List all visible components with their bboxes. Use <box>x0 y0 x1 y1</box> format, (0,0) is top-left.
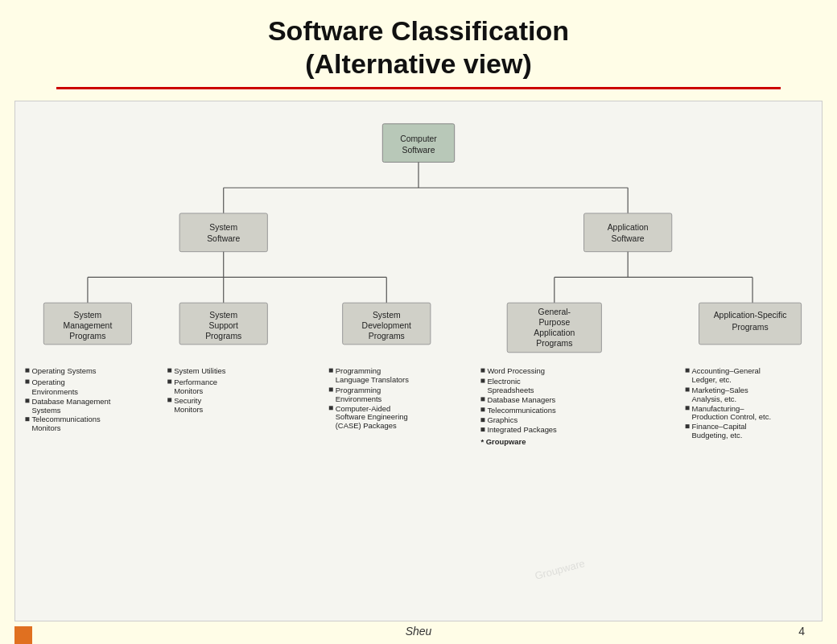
app-software-label2: Software <box>612 233 645 242</box>
orange-decoration <box>14 626 32 644</box>
ssp-bullet3: Security <box>174 395 201 404</box>
svg-rect-30 <box>686 387 690 391</box>
svg-rect-31 <box>686 406 690 410</box>
sdp-bullet3: Computer-Aided <box>336 403 391 412</box>
ssp-bullet3b: Monitors <box>174 404 203 413</box>
smp-bullet2b: Environments <box>31 386 78 395</box>
svg-rect-19 <box>167 398 171 402</box>
svg-rect-20 <box>329 368 333 372</box>
asp-bullet4: Finance–Capital <box>692 422 747 431</box>
groupware-watermark: Groupware <box>534 557 586 582</box>
asp-label2: Programs <box>732 322 769 331</box>
svg-rect-22 <box>329 406 333 410</box>
svg-rect-24 <box>480 378 484 382</box>
asp-label: Application-Specific <box>714 310 787 319</box>
svg-rect-14 <box>25 379 29 383</box>
svg-rect-32 <box>686 424 690 428</box>
svg-rect-28 <box>480 427 484 431</box>
gpap-bullet3: Database Managers <box>487 394 555 403</box>
asp-bullet3b: Production Control, etc. <box>692 412 771 421</box>
sdp-bullet1b: Language Translators <box>336 374 409 383</box>
gpap-bullet2b: Spreadsheets <box>487 385 534 394</box>
gpap-label3: Application <box>534 328 575 336</box>
gpap-label: General- <box>538 307 571 316</box>
asp-bullet1: Accounting–General <box>692 365 761 374</box>
asp-bullet2b: Analysis, etc. <box>692 394 737 402</box>
gpap-label2: Purpose <box>538 317 570 326</box>
asp-bullet3: Manufacturing– <box>692 403 745 412</box>
system-software-label: System <box>209 222 237 231</box>
smp-label3: Programs <box>69 331 105 340</box>
smp-bullet3b: Systems <box>31 405 60 414</box>
slide-container: Software Classification (Alternative vie… <box>0 0 837 644</box>
smp-bullet2: Operating <box>31 377 64 386</box>
sdp-label: System <box>373 310 401 319</box>
svg-rect-15 <box>25 398 29 402</box>
app-software-label: Application <box>608 222 649 231</box>
footer-author: Sheu <box>406 625 432 638</box>
title-underline <box>56 87 781 89</box>
footer-page: 4 <box>798 625 805 638</box>
footer: Sheu 4 <box>0 625 837 638</box>
svg-rect-13 <box>25 368 29 372</box>
sdp-bullet1: Programming <box>336 365 381 374</box>
ssp-label3: Programs <box>205 331 241 340</box>
ssp-bullet2: Performance <box>174 377 217 386</box>
gpap-label4: Programs <box>536 338 572 347</box>
gpap-bullet6: Integrated Packages <box>487 425 557 434</box>
content-area: .box { fill: #d0d0c8; stroke: #999; stro… <box>14 101 823 621</box>
svg-rect-26 <box>480 407 484 411</box>
smp-bullet4b: Monitors <box>31 423 60 432</box>
title-line1: Software Classification <box>268 15 569 46</box>
sdp-bullet2: Programming <box>336 385 381 394</box>
smp-label: System <box>74 310 102 319</box>
asp-bullet4b: Budgeting, etc. <box>692 431 743 440</box>
ssp-bullet2b: Monitors <box>174 386 203 394</box>
smp-bullet3: Database Management <box>31 396 110 405</box>
sdp-bullet3b: Software Engineering <box>336 412 408 421</box>
svg-rect-25 <box>480 397 484 401</box>
title-line2: (Alternative view) <box>305 48 532 79</box>
svg-rect-23 <box>480 368 484 372</box>
smp-label2: Management <box>64 320 113 329</box>
smp-bullet4: Telecommunications <box>31 415 101 423</box>
svg-rect-29 <box>686 368 690 372</box>
tree-svg: .box { fill: #d0d0c8; stroke: #999; stro… <box>15 101 822 621</box>
app-software-box <box>584 213 672 252</box>
sdp-bullet2b: Environments <box>336 394 382 402</box>
gpap-bullet2: Electronic <box>487 376 521 385</box>
ssp-label: System <box>209 310 237 319</box>
gpap-bullet1: Word Processing <box>487 365 545 374</box>
tree-diagram: .box { fill: #d0d0c8; stroke: #999; stro… <box>15 101 822 621</box>
ssp-bullet1: System Utilities <box>174 365 226 374</box>
svg-rect-18 <box>167 379 171 383</box>
root-label2: Software <box>402 146 435 155</box>
svg-rect-16 <box>25 417 29 421</box>
svg-rect-21 <box>329 387 333 391</box>
gpap-groupware-label: * Groupware <box>480 437 526 446</box>
smp-bullet1: Operating Systems <box>31 365 96 374</box>
svg-rect-17 <box>167 368 171 372</box>
asp-bullet2: Marketing–Sales <box>692 385 748 394</box>
system-software-label2: Software <box>207 233 240 242</box>
title-area: Software Classification (Alternative vie… <box>0 0 837 96</box>
slide-title: Software Classification (Alternative vie… <box>32 14 805 80</box>
sdp-bullet3c: (CASE) Packages <box>336 421 397 430</box>
gpap-bullet5: Graphics <box>487 415 517 424</box>
asp-bullet1b: Ledger, etc. <box>692 374 732 383</box>
ssp-label2: Support <box>208 320 238 329</box>
sdp-label2: Development <box>362 320 411 329</box>
svg-rect-27 <box>480 418 484 422</box>
root-label: Computer <box>400 134 437 143</box>
sdp-label3: Programs <box>369 331 405 340</box>
system-software-box <box>179 213 267 252</box>
gpap-bullet4: Telecommunications <box>487 405 556 414</box>
